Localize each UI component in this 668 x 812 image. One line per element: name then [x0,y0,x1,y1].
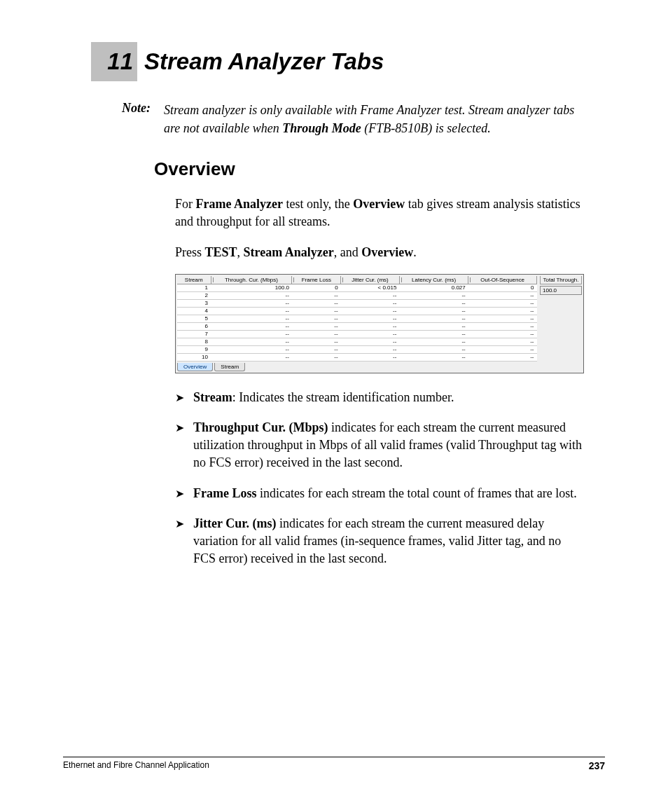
table-cell: < 0.015 [341,284,400,291]
list-item: ➤Jitter Cur. (ms) indicates for each str… [175,515,584,568]
table-cell: -- [468,330,537,338]
table-cell: 0.027 [399,284,468,291]
col-frameloss[interactable]: Frame Loss [292,276,341,284]
table-row[interactable]: 2---------- [177,291,537,299]
list-item: ➤Frame Loss indicates for each stream th… [175,485,584,502]
table-cell: -- [211,299,292,307]
p1-b2: Overview [353,197,405,211]
table-cell: 3 [177,299,211,307]
bullet-term: Frame Loss [193,486,256,500]
tab-overview[interactable]: Overview [177,363,213,371]
bullet-desc: : Indicates the stream identification nu… [232,390,454,404]
table-cell: -- [468,338,537,345]
table-cell: -- [292,291,341,299]
table-cell: 1 [177,284,211,291]
bullet-desc: indicates for each stream the total coun… [256,486,576,500]
table-cell: -- [211,345,292,353]
table-cell: -- [399,299,468,307]
footer-title: Ethernet and Fibre Channel Application [63,760,209,771]
bullet-text: Stream: Indicates the stream identificat… [193,389,454,406]
col-throughput[interactable]: Through. Cur. (Mbps) [211,276,292,284]
chapter-number: 11 [107,48,133,75]
table-row[interactable]: 1100.00< 0.0150.0270 [177,284,537,291]
table-cell: 8 [177,338,211,345]
table-cell: -- [468,345,537,353]
table-row[interactable]: 8---------- [177,338,537,345]
table-cell: 7 [177,330,211,338]
total-throughput-box: Total Through. 100.0 [540,276,582,295]
table-cell: -- [292,345,341,353]
col-jitter[interactable]: Jitter Cur. (ms) [341,276,400,284]
p2-t4: . [413,245,417,259]
col-throughput-label: Through. Cur. (Mbps) [225,277,278,283]
list-item: ➤Stream: Indicates the stream identifica… [175,389,584,406]
table-cell: -- [341,322,400,330]
table-cell: -- [468,322,537,330]
table-row[interactable]: 3---------- [177,299,537,307]
table-cell: -- [399,330,468,338]
paragraph-2: Press TEST, Stream Analyzer, and Overvie… [175,244,584,261]
table-cell: -- [341,338,400,345]
p1-b1: Frame Analyzer [196,197,283,211]
list-item: ➤Throughput Cur. (Mbps) indicates for ea… [175,419,584,472]
table-cell: 4 [177,307,211,315]
col-jitter-label: Jitter Cur. (ms) [352,277,388,283]
bullet-marker-icon: ➤ [175,485,193,502]
overview-screenshot: Stream Through. Cur. (Mbps) Frame Loss J… [175,274,584,373]
table-row[interactable]: 7---------- [177,330,537,338]
table-cell: -- [292,307,341,315]
table-cell: -- [211,291,292,299]
table-cell: -- [468,299,537,307]
total-throughput-label: Total Through. [540,276,582,284]
table-row[interactable]: 9---------- [177,345,537,353]
table-cell: -- [211,307,292,315]
tab-stream[interactable]: Stream [214,363,245,371]
p2-b3: Overview [361,245,413,259]
table-cell: -- [468,307,537,315]
bullet-term: Stream [193,390,232,404]
table-cell: -- [341,353,400,361]
p2-t2: , [237,245,244,259]
table-cell: -- [468,291,537,299]
table-cell: -- [211,338,292,345]
table-cell: -- [399,345,468,353]
note-text: Stream analyzer is only available with F… [164,101,584,137]
table-cell: -- [399,315,468,322]
page-footer: Ethernet and Fibre Channel Application 2… [63,757,605,771]
bullet-text: Jitter Cur. (ms) indicates for each stre… [193,515,584,568]
table-cell: -- [292,322,341,330]
table-row[interactable]: 4---------- [177,307,537,315]
total-throughput-value: 100.0 [540,286,582,295]
table-cell: 5 [177,315,211,322]
col-latency[interactable]: Latency Cur. (ms) [399,276,468,284]
table-cell: -- [399,353,468,361]
table-cell: -- [341,345,400,353]
col-oos-label: Out-Of-Sequence [480,277,524,283]
paragraph-1: For Frame Analyzer test only, the Overvi… [175,195,584,230]
bullet-text: Frame Loss indicates for each stream the… [193,485,577,502]
bullet-marker-icon: ➤ [175,419,193,436]
col-stream[interactable]: Stream [177,276,211,284]
chapter-title: Stream Analyzer Tabs [144,48,384,75]
table-cell: -- [292,353,341,361]
table-cell: -- [292,330,341,338]
table-cell: 10 [177,353,211,361]
table-cell: -- [341,291,400,299]
col-oos[interactable]: Out-Of-Sequence [468,276,537,284]
table-cell: -- [399,307,468,315]
table-cell: 6 [177,322,211,330]
table-cell: -- [292,338,341,345]
table-cell: -- [341,315,400,322]
table-cell: 0 [292,284,341,291]
bullet-term: Jitter Cur. (ms) [193,516,276,530]
table-row[interactable]: 5---------- [177,315,537,322]
table-cell: 100.0 [211,284,292,291]
table-cell: -- [292,299,341,307]
p1-t2: test only, the [283,197,353,211]
table-cell: -- [211,353,292,361]
table-row[interactable]: 10---------- [177,353,537,361]
table-row[interactable]: 6---------- [177,322,537,330]
table-cell: -- [292,315,341,322]
chapter-number-box: 11 [91,42,137,81]
p2-b2: Stream Analyzer [244,245,334,259]
